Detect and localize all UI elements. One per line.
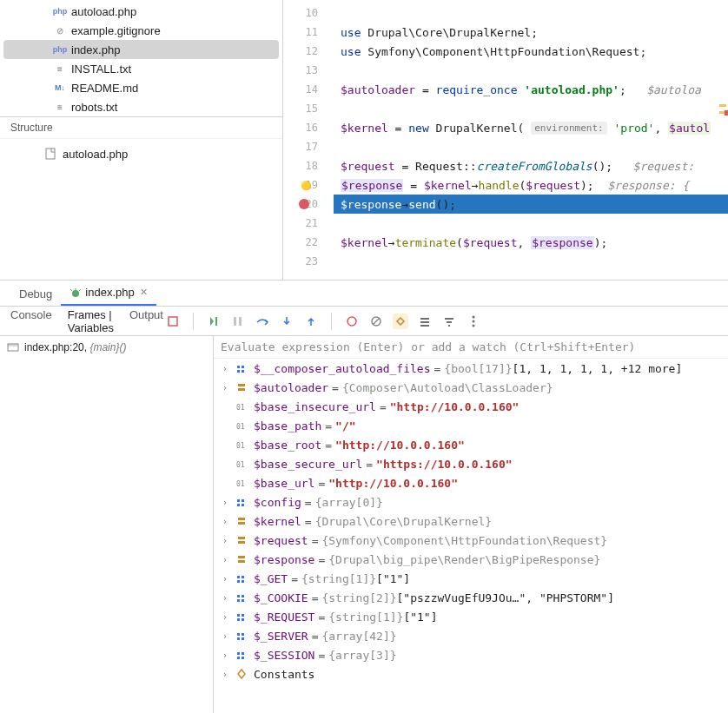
gutter-line[interactable]: 22 <box>283 233 334 252</box>
expand-arrow-icon[interactable]: › <box>222 650 235 660</box>
expand-arrow-icon[interactable]: › <box>222 364 235 373</box>
code-line[interactable] <box>334 61 728 80</box>
gutter-line[interactable]: 10 <box>283 3 334 23</box>
evaluate-input[interactable]: Evaluate expression (Enter) or add a wat… <box>214 336 728 359</box>
step-into-button[interactable] <box>279 314 295 329</box>
expand-arrow-icon[interactable]: › <box>222 670 235 679</box>
svg-text:01: 01 <box>236 442 245 450</box>
variable-row[interactable]: ›$_COOKIE = {string[2]} ["pszzwVugEfU9JO… <box>214 588 728 607</box>
code-line[interactable]: $autoloader = require_once 'autoload.php… <box>334 80 728 99</box>
var-type-icon <box>235 361 248 375</box>
gutter-line[interactable]: 17 <box>283 137 334 156</box>
pause-button[interactable] <box>230 314 246 329</box>
debug-subtab[interactable]: Console <box>10 308 52 334</box>
code-line[interactable] <box>334 3 728 23</box>
var-value: "/" <box>335 419 355 432</box>
gutter-line[interactable]: 23 <box>283 252 334 271</box>
gutter-line[interactable]: 18 <box>283 156 334 175</box>
variable-row[interactable]: 01$base_root = "http://10.0.0.160" <box>214 435 728 454</box>
gutter-line[interactable]: 19🟡 <box>283 175 334 195</box>
frames-column: index.php:20, {main}() <box>0 336 214 713</box>
editor-scrollbar[interactable] <box>718 0 728 280</box>
debug-tab[interactable]: index.php✕ <box>61 281 156 306</box>
svg-rect-40 <box>238 537 245 539</box>
stop-button[interactable] <box>165 314 181 329</box>
file-tree-item[interactable]: ⊘example.gitignore <box>0 21 282 40</box>
svg-rect-24 <box>242 366 244 368</box>
code-line[interactable]: $kernel→terminate($request, $response); <box>334 233 728 252</box>
variable-row[interactable]: ›$config = {array[0]} <box>214 492 728 512</box>
frame-row[interactable]: index.php:20, {main}() <box>0 336 213 359</box>
gutter-line[interactable]: 14 <box>283 80 334 99</box>
gutter-line[interactable]: 12 <box>283 42 334 61</box>
file-tree-item[interactable]: ≡robots.txt <box>0 97 282 116</box>
file-tree-item[interactable]: ≡INSTALL.txt <box>0 59 282 78</box>
debug-tab[interactable]: Debug <box>10 282 61 306</box>
gutter-line[interactable]: 13 <box>283 61 334 80</box>
svg-rect-7 <box>234 317 236 326</box>
code-line[interactable]: $response→send(); <box>334 195 728 214</box>
code-line[interactable]: use Drupal\Core\DrupalKernel; <box>334 23 728 42</box>
close-icon[interactable]: ✕ <box>140 287 148 298</box>
variable-row[interactable]: 01$base_path = "/" <box>214 416 728 435</box>
gutter: 10111213141516171819🟡20212223 <box>283 0 334 280</box>
file-tree-item[interactable]: M↓README.md <box>0 78 282 97</box>
code-editor[interactable]: 10111213141516171819🟡20212223 use Drupal… <box>283 0 728 280</box>
expand-arrow-icon[interactable]: › <box>222 612 235 622</box>
var-name: $_SERVER <box>254 630 308 643</box>
code-line[interactable]: $response = $kernel→handle($request); $r… <box>334 175 728 195</box>
variable-row[interactable]: 01$base_secure_url = "https://10.0.0.160… <box>214 454 728 473</box>
code-line[interactable] <box>334 99 728 118</box>
structure-item[interactable]: autoload.php <box>43 144 282 163</box>
variable-row[interactable]: ›$kernel = {Drupal\Core\DrupalKernel} <box>214 512 728 531</box>
variable-row[interactable]: ›Constants <box>214 664 728 683</box>
variable-row[interactable]: ›$request = {Symfony\Component\HttpFound… <box>214 531 728 550</box>
var-type: {array[42]} <box>321 630 396 643</box>
variable-row[interactable]: ›$_SESSION = {array[3]} <box>214 645 728 664</box>
expand-arrow-icon[interactable]: › <box>222 536 235 545</box>
code-line[interactable] <box>334 252 728 271</box>
gutter-line[interactable]: 21 <box>283 214 334 233</box>
code-line[interactable]: use Symfony\Component\HttpFoundation\Req… <box>334 42 728 61</box>
expand-arrow-icon[interactable]: › <box>222 517 235 526</box>
variable-row[interactable]: ›$_SERVER = {array[42]} <box>214 626 728 645</box>
more-button[interactable] <box>466 314 481 329</box>
expand-arrow-icon[interactable]: › <box>222 555 235 564</box>
expand-arrow-icon[interactable]: › <box>222 593 235 603</box>
var-value: "http://10.0.0.160" <box>335 439 465 452</box>
variable-row[interactable]: ›$__composer_autoload_files = {bool[17]}… <box>214 359 728 378</box>
code-line[interactable] <box>334 214 728 233</box>
file-name: example.gitignore <box>71 24 161 37</box>
svg-point-1 <box>72 290 79 297</box>
expand-arrow-icon[interactable]: › <box>222 383 235 393</box>
code-line[interactable]: $request = Request::createFromGlobals();… <box>334 156 728 175</box>
gutter-line[interactable]: 15 <box>283 99 334 118</box>
resume-button[interactable] <box>206 314 222 329</box>
variable-row[interactable]: ›$_GET = {string[1]} ["1"] <box>214 569 728 588</box>
breakpoint-icon[interactable] <box>299 199 309 209</box>
expand-arrow-icon[interactable]: › <box>222 574 235 584</box>
settings-button[interactable] <box>393 314 408 329</box>
gutter-line[interactable]: 20 <box>283 195 334 214</box>
gutter-line[interactable]: 11 <box>283 23 334 42</box>
code-line[interactable] <box>334 137 728 156</box>
step-out-button[interactable] <box>303 314 319 329</box>
step-over-button[interactable] <box>255 314 270 329</box>
filter-button[interactable] <box>441 314 457 329</box>
mute-breakpoints-button[interactable] <box>344 314 360 329</box>
variable-row[interactable]: 01$base_insecure_url = "http://10.0.0.16… <box>214 397 728 416</box>
variable-row[interactable]: 01$base_url = "http://10.0.0.160" <box>214 473 728 492</box>
code-area[interactable]: use Drupal\Core\DrupalKernel;use Symfony… <box>334 0 728 280</box>
variable-row[interactable]: ›$autoloader = {Composer\Autoload\ClassL… <box>214 378 728 397</box>
debug-subtab[interactable]: Output <box>129 308 163 334</box>
layout-button[interactable] <box>417 314 433 329</box>
variable-row[interactable]: ›$response = {Drupal\big_pipe\Render\Big… <box>214 550 728 569</box>
expand-arrow-icon[interactable]: › <box>222 498 235 507</box>
code-line[interactable]: $kernel = new DrupalKernel( environment:… <box>334 118 728 137</box>
disable-breakpoints-icon[interactable] <box>368 314 384 329</box>
file-tree-item[interactable]: phpautoload.php <box>0 2 282 21</box>
gutter-line[interactable]: 16 <box>283 118 334 137</box>
expand-arrow-icon[interactable]: › <box>222 631 235 641</box>
variable-row[interactable]: ›$_REQUEST = {string[1]} ["1"] <box>214 607 728 626</box>
file-tree-item[interactable]: phpindex.php <box>3 40 279 59</box>
